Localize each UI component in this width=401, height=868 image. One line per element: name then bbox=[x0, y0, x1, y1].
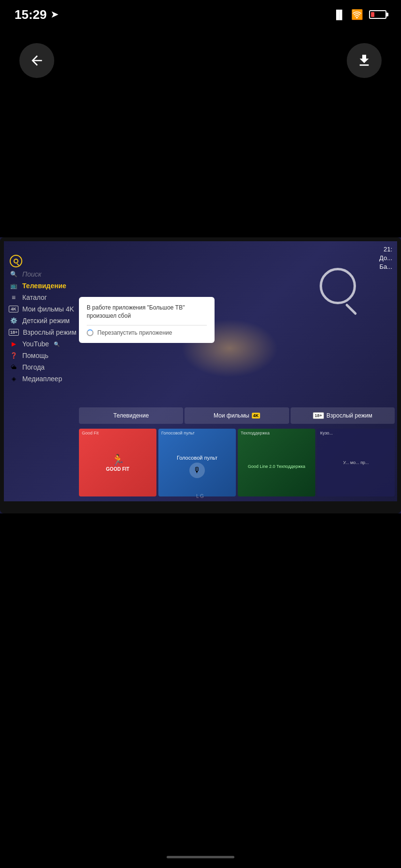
weather-icon: 🌥 bbox=[9, 364, 18, 371]
tv-clock-time: 21: bbox=[384, 246, 392, 253]
voice-card-label: Голосовой пульт bbox=[161, 431, 195, 435]
tv-clock-line3: Ба... bbox=[379, 263, 392, 270]
tv-clock: 21: До... Ба... bbox=[379, 245, 392, 272]
sidebar-item-weather[interactable]: 🌥 Погода bbox=[9, 363, 93, 371]
4k-icon: 4K bbox=[9, 306, 18, 312]
tab-adult[interactable]: 18+ Взрослый режим bbox=[291, 407, 395, 424]
sidebar-catalog-label: Каталог bbox=[22, 294, 47, 301]
sidebar-media-label: Медиаплеер bbox=[22, 375, 62, 383]
restart-button[interactable]: Перезапустить приложение bbox=[87, 329, 207, 336]
tab-movies[interactable]: Мои фильмы 4K bbox=[185, 407, 289, 424]
restart-label: Перезапустить приложение bbox=[97, 329, 172, 336]
sidebar-item-help[interactable]: ❓ Помощь bbox=[9, 352, 93, 359]
kuzo-content: У... мо... пр... bbox=[317, 429, 395, 496]
tab-movies-label: Мои фильмы bbox=[214, 412, 249, 419]
sidebar-help-label: Помощь bbox=[22, 352, 48, 359]
sidebar-search-label: Поиск bbox=[22, 270, 41, 278]
sidebar-tv-label: Телевидение bbox=[22, 282, 66, 290]
tv-bezel: 21: До... Ба... 🔍 Поиск bbox=[0, 237, 401, 513]
sidebar-item-media[interactable]: ◈ Медиаплеер bbox=[9, 375, 93, 383]
adult-icon: 18+ bbox=[9, 329, 19, 336]
goodfit-icon: 🏃 bbox=[106, 454, 129, 466]
sidebar-item-tv[interactable]: 📺 Телевидение bbox=[9, 282, 93, 290]
location-arrow-icon: ➤ bbox=[51, 9, 58, 20]
goodfit-content: 🏃 GOOD FIT bbox=[79, 429, 156, 496]
tv-clock-line2: До... bbox=[379, 254, 392, 262]
kuzo-sub: У... мо... пр... bbox=[341, 460, 370, 465]
media-icon: ◈ bbox=[9, 375, 18, 382]
youtube-icon: ▶ bbox=[9, 341, 18, 347]
tv-icon: 📺 bbox=[9, 282, 18, 289]
tv-screen: 21: До... Ба... 🔍 Поиск bbox=[4, 241, 397, 501]
tech-content: Good Line 2.0 Техподдержка bbox=[238, 429, 315, 496]
error-message: В работе приложения "Большое ТВ" произош… bbox=[87, 304, 207, 320]
status-bar: 15:29 ➤ ▐▌ 🛜 bbox=[0, 0, 401, 29]
battery-icon bbox=[369, 10, 386, 19]
catalog-icon: ≡ bbox=[9, 294, 18, 301]
card-kuzo[interactable]: Кузо... У... мо... пр... bbox=[317, 429, 395, 496]
youtube-search-icon: 🔍 bbox=[54, 341, 60, 347]
sidebar-youtube-label: YouTube bbox=[22, 340, 49, 348]
download-button[interactable] bbox=[347, 43, 382, 78]
tab-movies-badge: 4K bbox=[252, 413, 261, 418]
sidebar-kids-label: Детский режим bbox=[22, 317, 70, 325]
voice-mic-icon: 🎙 bbox=[189, 463, 205, 478]
voice-content: Голосовой пульт 🎙 bbox=[158, 429, 236, 496]
nav-buttons bbox=[0, 31, 401, 90]
voice-sub-label: Голосовой пульт bbox=[177, 455, 217, 461]
tv-tabs: Телевидение Мои фильмы 4K 18+ Взрослый р… bbox=[79, 407, 395, 424]
restart-spinner-icon bbox=[87, 329, 93, 336]
search-handle bbox=[345, 303, 357, 315]
top-black-area bbox=[0, 90, 401, 237]
sidebar-adult-label: Взрослый режим bbox=[23, 328, 77, 336]
bottom-black-area bbox=[0, 539, 401, 868]
status-right: ▐▌ 🛜 bbox=[333, 9, 386, 20]
kuzo-card-label: Кузо... bbox=[320, 431, 333, 435]
big-search-icon bbox=[320, 268, 368, 316]
tech-card-label: Техподдержка bbox=[241, 431, 270, 435]
kids-icon: ⚙️ bbox=[9, 317, 18, 324]
download-icon bbox=[356, 53, 372, 68]
lg-logo: LG bbox=[196, 494, 204, 499]
tech-sub-label: Good Line 2.0 Техподдержка bbox=[246, 464, 308, 469]
home-indicator[interactable] bbox=[167, 856, 234, 858]
goodfit-name: GOOD FIT bbox=[106, 466, 129, 472]
sidebar-item-search[interactable]: 🔍 Поиск bbox=[9, 270, 93, 278]
wifi-icon: 🛜 bbox=[351, 9, 363, 20]
tab-tv[interactable]: Телевидение bbox=[79, 407, 183, 424]
back-button[interactable] bbox=[19, 43, 54, 78]
tab-tv-label: Телевидение bbox=[113, 412, 149, 419]
error-divider bbox=[87, 325, 207, 326]
goodfit-card-label: Good Fit bbox=[82, 431, 99, 435]
app-cards: Good Fit 🏃 GOOD FIT Голосовой пульт Голо… bbox=[79, 429, 395, 496]
card-tech[interactable]: Техподдержка Good Line 2.0 Техподдержка bbox=[238, 429, 315, 496]
tv-area: 21: До... Ба... 🔍 Поиск bbox=[0, 237, 401, 513]
status-time: 15:29 ➤ bbox=[15, 7, 58, 22]
tab-adult-badge-18: 18+ bbox=[313, 412, 324, 419]
help-icon: ❓ bbox=[9, 352, 18, 359]
error-dialog: В работе приложения "Большое ТВ" произош… bbox=[79, 297, 215, 343]
card-goodfit[interactable]: Good Fit 🏃 GOOD FIT bbox=[79, 429, 156, 496]
back-arrow-icon bbox=[29, 53, 45, 68]
sidebar-movies4k-label: Мои фильмы 4K bbox=[22, 305, 74, 313]
search-icon: 🔍 bbox=[9, 271, 18, 278]
sidebar-weather-label: Погода bbox=[22, 363, 45, 371]
signal-icon: ▐▌ bbox=[333, 10, 345, 20]
tab-adult-label: Взрослый режим bbox=[326, 412, 372, 419]
battery-fill bbox=[371, 12, 374, 17]
card-voice[interactable]: Голосовой пульт Голосовой пульт 🎙 bbox=[158, 429, 236, 496]
search-circle bbox=[320, 268, 356, 304]
time-display: 15:29 bbox=[15, 7, 47, 22]
